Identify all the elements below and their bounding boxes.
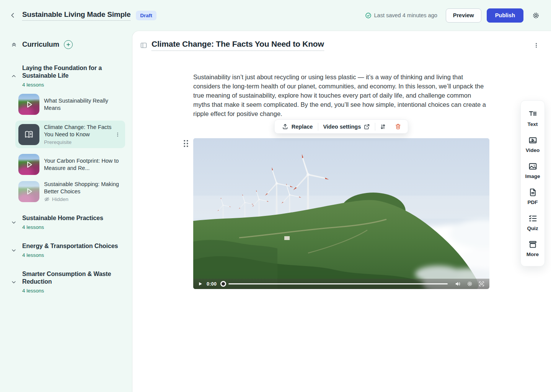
- lesson-title: What Sustainability Really Means: [44, 97, 125, 112]
- insert-video-button[interactable]: Video: [521, 131, 544, 157]
- kebab-icon: [533, 42, 540, 49]
- insert-quiz-button[interactable]: Quiz: [521, 209, 544, 235]
- delete-block-button[interactable]: [391, 120, 406, 133]
- curriculum-header: Curriculum: [9, 40, 125, 49]
- lesson-title: Climate Change: The Facts You Need to Kn…: [44, 124, 113, 138]
- palette-label: Video: [526, 147, 540, 153]
- video-controls: 0:00: [193, 279, 489, 289]
- video-time: 0:00: [207, 281, 217, 287]
- section-title: Smarter Consumption & Waste Reduction: [22, 270, 125, 286]
- curriculum-title: Curriculum: [22, 40, 59, 49]
- insert-pdf-button[interactable]: PDF: [521, 183, 544, 209]
- lesson-title: Sustainable Shopping: Making Better Choi…: [44, 181, 125, 195]
- sidebar-toggle-button[interactable]: [139, 40, 148, 50]
- chevron-up-icon[interactable]: [9, 73, 18, 79]
- lesson-item-climate-change[interactable]: Climate Change: The Facts You Need to Kn…: [15, 121, 125, 148]
- curriculum-section: Laying the Foundation for a Sustainable …: [9, 64, 125, 202]
- video-thumbnail: [18, 94, 39, 115]
- lesson-item-carbon-footprint[interactable]: Your Carbon Footprint: How to Measure an…: [18, 154, 125, 175]
- replace-button[interactable]: Replace: [277, 120, 318, 133]
- top-bar: Sustainable Living Made Simple Draft Las…: [0, 0, 551, 31]
- fullscreen-button[interactable]: [478, 281, 485, 287]
- section-title: Laying the Foundation for a Sustainable …: [22, 64, 125, 80]
- reorder-button[interactable]: [375, 120, 391, 133]
- palette-label: More: [527, 252, 539, 257]
- upload-icon: [282, 123, 289, 130]
- lesson-options-button[interactable]: [531, 41, 541, 50]
- section-lesson-count: 4 lessons: [22, 252, 125, 258]
- video-block: 0:00: [193, 138, 489, 289]
- scrubber-handle[interactable]: [220, 281, 226, 287]
- image-block-icon: [528, 162, 538, 171]
- section-header[interactable]: Energy & Transportation Choices 4 lesson…: [9, 242, 125, 258]
- section-header[interactable]: Sustainable Home Practices 4 lessons: [9, 214, 125, 230]
- lesson-item-sustainable-shopping[interactable]: Sustainable Shopping: Making Better Choi…: [18, 181, 125, 202]
- lesson-editor-panel: Climate Change: The Facts You Need to Kn…: [132, 31, 551, 392]
- lesson-item-what-sustainability[interactable]: What Sustainability Really Means: [18, 94, 125, 115]
- eye-off-icon: [44, 196, 50, 202]
- lesson-list: What Sustainability Really Means Climate…: [9, 94, 125, 202]
- check-circle-icon: [365, 12, 372, 19]
- curriculum-section: Energy & Transportation Choices 4 lesson…: [9, 242, 125, 258]
- plus-circle-icon: [66, 42, 71, 47]
- video-block-icon: [528, 136, 538, 145]
- topbar-actions: Last saved 4 minutes ago Preview Publish: [365, 8, 542, 23]
- status-badge: Draft: [136, 11, 156, 20]
- book-open-icon: [24, 129, 34, 140]
- kebab-icon: [115, 132, 121, 137]
- reading-thumbnail: [18, 124, 39, 145]
- lesson-title-heading[interactable]: Climate Change: The Facts You Need to Kn…: [152, 39, 324, 51]
- lesson-title: Your Carbon Footprint: How to Measure an…: [44, 157, 125, 172]
- palette-label: Text: [528, 121, 538, 127]
- curriculum-section: Sustainable Home Practices 4 lessons: [9, 214, 125, 230]
- lesson-menu-button[interactable]: [113, 130, 122, 139]
- replace-label: Replace: [292, 124, 313, 130]
- collapse-all-button[interactable]: [9, 40, 18, 49]
- play-icon: [18, 154, 39, 175]
- palette-label: Image: [525, 173, 540, 179]
- volume-button[interactable]: [455, 281, 461, 287]
- video-settings-button[interactable]: Video settings: [318, 120, 375, 133]
- video-player[interactable]: 0:00: [193, 138, 489, 289]
- player-settings-button[interactable]: [466, 281, 473, 287]
- add-section-button[interactable]: [64, 40, 73, 49]
- back-button[interactable]: [8, 10, 18, 21]
- palette-label: Quiz: [527, 225, 538, 231]
- video-frame-image: [193, 138, 489, 289]
- external-link-icon: [364, 124, 370, 130]
- insert-text-button[interactable]: Text: [521, 105, 544, 131]
- double-chevron-up-icon: [11, 41, 17, 48]
- progress-bar[interactable]: [228, 283, 448, 284]
- section-lesson-count: 4 lessons: [22, 82, 125, 88]
- chevron-left-icon: [10, 12, 16, 19]
- chevron-down-icon[interactable]: [9, 279, 18, 285]
- text-block-icon: [528, 109, 538, 119]
- lesson-intro-text[interactable]: Sustainability isn’t just about recyclin…: [193, 72, 489, 118]
- section-header[interactable]: Laying the Foundation for a Sustainable …: [9, 64, 125, 88]
- course-title[interactable]: Sustainable Living Made Simple: [22, 10, 130, 21]
- pdf-block-icon: [528, 188, 538, 197]
- lesson-body: Sustainability isn’t just about recyclin…: [193, 72, 489, 289]
- swap-vertical-icon: [380, 123, 386, 130]
- section-header[interactable]: Smarter Consumption & Waste Reduction 4 …: [9, 270, 125, 294]
- drag-handle[interactable]: [183, 139, 189, 148]
- lesson-prerequisite-label: Prerequisite: [44, 139, 113, 145]
- settings-button[interactable]: [530, 9, 542, 21]
- insert-block-palette: Text Video Image PDF Quiz: [520, 100, 545, 266]
- panel-toggle-icon: [140, 41, 148, 49]
- insert-image-button[interactable]: Image: [521, 157, 544, 183]
- insert-more-button[interactable]: More: [521, 235, 544, 261]
- play-icon: [18, 181, 39, 202]
- curriculum-sidebar: Curriculum Laying the Foundation for a S…: [0, 31, 132, 392]
- trash-icon: [395, 123, 401, 130]
- section-lesson-count: 4 lessons: [22, 224, 125, 230]
- video-block-toolbar: Replace Video settings: [274, 119, 408, 134]
- chevron-down-icon[interactable]: [9, 247, 18, 253]
- preview-button[interactable]: Preview: [446, 8, 481, 23]
- play-button[interactable]: [198, 281, 203, 286]
- last-saved-text: Last saved 4 minutes ago: [374, 12, 437, 18]
- video-thumbnail: [18, 181, 39, 202]
- video-thumbnail: [18, 154, 39, 175]
- chevron-down-icon[interactable]: [9, 219, 18, 225]
- publish-button[interactable]: Publish: [487, 8, 523, 23]
